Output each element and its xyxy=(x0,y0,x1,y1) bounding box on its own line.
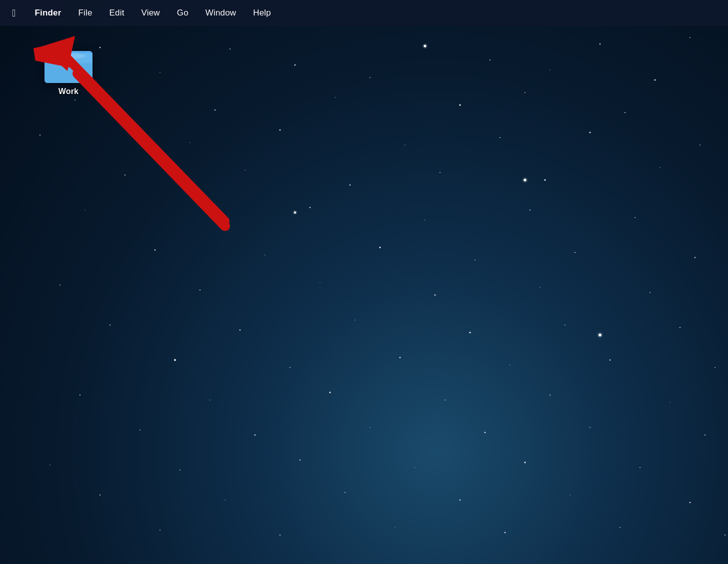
folder-label: Work xyxy=(58,87,78,96)
file-menu-item[interactable]: File xyxy=(75,6,95,20)
desktop:  Finder File Edit View Go Window Help W… xyxy=(0,0,728,564)
go-menu-item[interactable]: Go xyxy=(174,6,192,20)
apple-menu-item[interactable]:  xyxy=(9,6,19,21)
stars-background xyxy=(0,0,728,564)
svg-point-3 xyxy=(51,53,86,59)
menubar:  Finder File Edit View Go Window Help xyxy=(0,0,728,26)
edit-menu-item[interactable]: Edit xyxy=(106,6,128,20)
finder-menu-item[interactable]: Finder xyxy=(32,6,64,20)
folder-icon xyxy=(44,40,94,84)
work-folder[interactable]: Work xyxy=(41,40,96,96)
view-menu-item[interactable]: View xyxy=(138,6,163,20)
window-menu-item[interactable]: Window xyxy=(202,6,239,20)
help-menu-item[interactable]: Help xyxy=(250,6,274,20)
svg-line-7 xyxy=(78,74,225,226)
